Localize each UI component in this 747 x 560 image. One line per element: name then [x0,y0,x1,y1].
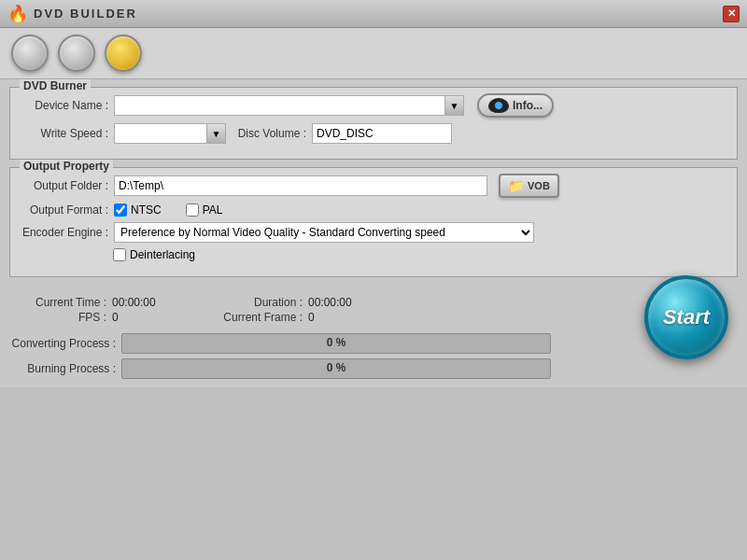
burning-progress-bar: 0 % [121,358,551,379]
converting-progress-text: 0 % [122,336,550,349]
disc-volume-label: Disc Volume : [232,127,306,140]
burning-progress-text: 0 % [122,361,550,374]
output-folder-row: Output Folder : 📁 VOB [20,174,727,198]
burning-row: Burning Process : 0 % [9,358,738,379]
output-format-row: Output Format : NTSC PAL [20,203,727,217]
current-time-label: Current Time : [9,296,112,309]
dvd-burner-group: DVD Burner Device Name : ▼ Info... Write… [9,87,738,160]
duration-label: Duration : [205,296,308,309]
disc-volume-input[interactable] [312,123,452,144]
encoder-label: Encoder Engine : [20,226,108,239]
info-button[interactable]: Info... [477,93,554,118]
eye-icon [488,98,509,113]
device-select-wrap: ▼ [114,95,464,116]
device-name-label: Device Name : [20,99,108,112]
close-button[interactable]: ✕ [723,6,740,22]
encoder-select[interactable]: Preference by Normal Video Quality - Sta… [114,222,534,243]
info-label: Info... [513,99,543,112]
duration-value: 00:00:00 [308,296,402,309]
toolbar-button-3[interactable] [105,35,142,72]
pal-checkbox[interactable] [186,203,199,217]
deinterlacing-checkbox[interactable] [113,248,126,261]
main-content: DVD Burner Device Name : ▼ Info... Write… [0,79,747,292]
output-format-label: Output Format : [20,203,108,217]
burning-label: Burning Process : [9,362,121,375]
output-folder-label: Output Folder : [20,179,108,192]
device-dropdown-arrow[interactable]: ▼ [445,95,464,116]
encoder-engine-row: Encoder Engine : Preference by Normal Vi… [20,222,727,243]
app-title: DVD BUILDER [34,7,137,21]
dvd-burner-label: DVD Burner [20,79,91,92]
pal-checkbox-wrap[interactable]: PAL [186,203,223,217]
write-speed-wrap: ▼ [114,123,226,144]
pal-label: PAL [203,203,223,217]
ntsc-checkbox-wrap[interactable]: NTSC [114,203,162,217]
write-speed-input[interactable] [114,123,207,144]
device-name-input[interactable] [114,95,445,116]
folder-icon: 📁 [508,178,524,193]
fps-label: FPS : [9,311,112,324]
start-button[interactable]: Start [644,275,728,359]
toolbar-button-1[interactable] [11,35,49,72]
progress-area: Converting Process : 0 % Burning Process… [0,329,747,387]
converting-label: Converting Process : [9,337,121,350]
current-frame-label: Current Frame : [205,311,308,324]
stats-area: Current Time : 00:00:00 Duration : 00:00… [0,292,747,329]
start-label: Start [663,305,710,329]
bottom-section: Current Time : 00:00:00 Duration : 00:00… [0,292,747,387]
output-property-label: Output Property [20,160,113,173]
vob-button[interactable]: 📁 VOB [499,174,559,198]
start-button-wrap: Start [644,275,728,359]
output-folder-input[interactable] [114,175,487,196]
toolbar [0,28,747,79]
current-frame-value: 0 [308,311,402,324]
title-bar: 🔥 DVD BUILDER ✕ [0,0,747,28]
write-speed-label: Write Speed : [20,127,108,140]
output-property-group: Output Property Output Folder : 📁 VOB Ou… [9,167,738,277]
toolbar-button-2[interactable] [58,35,95,72]
vob-label: VOB [528,180,550,191]
time-stats-row: Current Time : 00:00:00 Duration : 00:00… [9,296,738,309]
ntsc-checkbox[interactable] [114,203,127,217]
title-bar-left: 🔥 DVD BUILDER [7,4,137,24]
converting-progress-bar: 0 % [121,333,551,354]
deinterlacing-wrap[interactable]: Deinterlacing [113,248,195,261]
write-speed-dropdown[interactable]: ▼ [207,123,226,144]
device-name-row: Device Name : ▼ Info... [20,93,727,118]
current-time-value: 00:00:00 [112,296,205,309]
deinterlacing-label: Deinterlacing [130,248,195,261]
ntsc-label: NTSC [131,203,162,217]
fps-value: 0 [112,311,205,324]
flame-icon: 🔥 [7,4,28,24]
fps-stats-row: FPS : 0 Current Frame : 0 [9,311,738,324]
deinterlacing-row: Deinterlacing [113,248,727,261]
converting-row: Converting Process : 0 % [9,333,738,354]
write-speed-row: Write Speed : ▼ Disc Volume : [20,123,727,144]
